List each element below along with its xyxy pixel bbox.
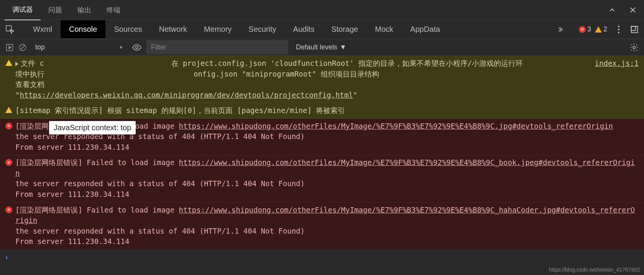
svg-line-8: [21, 45, 25, 49]
msg-text: onfig.json "miniprogramRoot" 组织项目目录结构: [194, 70, 379, 78]
clear-console-icon[interactable]: [18, 43, 27, 52]
dropdown-icon: ▼: [340, 43, 347, 51]
warning-icon: [5, 60, 12, 66]
dropdown-icon: ▼: [119, 45, 123, 50]
msg-text: [渲染层网络层错误] Failed to load image: [15, 206, 179, 214]
warning-icon: [5, 107, 12, 113]
msg-text: 文件 c: [21, 59, 44, 67]
svg-marker-6: [9, 46, 11, 49]
tab-mock[interactable]: Mock: [366, 20, 402, 38]
msg-text: 境中执行: [15, 70, 44, 78]
tab-terminal[interactable]: 终端: [99, 0, 128, 20]
error-icon: ✕: [5, 159, 12, 166]
msg-text: From server 111.230.34.114: [15, 143, 129, 151]
svg-rect-2: [6, 26, 12, 31]
inspect-icon[interactable]: [5, 25, 15, 34]
watermark: https://blog.csdn.net/weixin_41767802: [549, 267, 640, 273]
warn-count: 2: [603, 25, 607, 33]
error-icon: ✕: [579, 26, 586, 33]
msg-text: From server 111.230.34.114: [15, 237, 129, 246]
svg-point-10: [633, 46, 635, 49]
msg-text: [渲染层网络层错误] Failed to load image: [15, 158, 179, 167]
console-toolbar: top ▼ Default levels ▼: [0, 39, 644, 56]
console-message-warn[interactable]: [sitemap 索引情况提示] 根据 sitemap 的规则[0]，当前页面 …: [0, 103, 644, 119]
expand-icon[interactable]: [15, 62, 18, 66]
msg-text: 在 project.config.json 'cloudfunctionRoot…: [171, 59, 523, 67]
tab-sources[interactable]: Sources: [105, 20, 150, 38]
tab-console[interactable]: Console: [61, 20, 105, 38]
console-messages: index.js:1 文件 cxxxxxxxxxxxxxxxxxxxxxxxxx…: [0, 56, 644, 250]
kebab-icon[interactable]: [618, 29, 619, 30]
console-prompt[interactable]: ›: [0, 250, 644, 265]
msg-text: ": [353, 91, 357, 99]
tab-security[interactable]: Security: [240, 20, 284, 38]
error-count: 3: [587, 25, 591, 33]
msg-text: ": [15, 91, 20, 99]
msg-text: 查看文档: [15, 80, 44, 88]
error-icon: ✕: [5, 206, 12, 213]
dock-icon[interactable]: [630, 25, 639, 34]
msg-text: [sitemap 索引情况提示] 根据 sitemap 的规则[0]，当前页面 …: [15, 106, 345, 115]
tab-network[interactable]: Network: [151, 20, 196, 38]
more-tabs-icon[interactable]: [557, 26, 564, 33]
doc-link[interactable]: https://developers.weixin.qq.com/minipro…: [20, 91, 353, 99]
tab-debugger[interactable]: 调试器: [5, 0, 41, 20]
eye-icon[interactable]: [132, 43, 142, 52]
tab-audits[interactable]: Audits: [285, 20, 323, 38]
play-icon[interactable]: [5, 43, 14, 52]
prompt-chevron-icon: ›: [5, 253, 8, 262]
tab-wxml[interactable]: Wxml: [25, 20, 61, 38]
warn-count-badge[interactable]: 2: [595, 25, 607, 33]
warning-icon: [595, 26, 602, 33]
msg-text: the server responded with a status of 40…: [15, 227, 305, 235]
close-icon[interactable]: [629, 6, 637, 14]
error-icon: ✕: [5, 123, 12, 129]
devtools-tabs: Wxml Console Sources Network Memory Secu…: [0, 20, 644, 39]
error-count-badge[interactable]: ✕ 3: [579, 25, 591, 33]
filter-input[interactable]: [146, 40, 288, 54]
context-select[interactable]: top ▼: [31, 42, 127, 53]
source-link[interactable]: index.js:1: [595, 58, 639, 69]
svg-point-9: [136, 46, 138, 49]
console-message-warn[interactable]: index.js:1 文件 cxxxxxxxxxxxxxxxxxxxxxxxxx…: [0, 56, 644, 103]
tab-output[interactable]: 输出: [70, 0, 99, 20]
console-message-error[interactable]: ✕ [渲染层网络层错误] Failed to load image https:…: [0, 155, 644, 202]
msg-text: From server 111.230.34.114: [15, 190, 129, 198]
tab-memory[interactable]: Memory: [196, 20, 240, 38]
svg-rect-3: [631, 26, 638, 33]
context-tooltip: JavaScript context: top: [49, 121, 136, 134]
svg-rect-4: [631, 26, 636, 30]
level-value: Default levels: [296, 43, 337, 51]
context-value: top: [35, 43, 45, 51]
chevron-up-icon[interactable]: [608, 6, 616, 14]
tab-appdata[interactable]: AppData: [402, 20, 449, 38]
console-message-error[interactable]: ✕ [渲染层网络层错误] Failed to load image https:…: [0, 203, 644, 250]
error-url-link[interactable]: https://www.shipudong.com/otherFiles/MyI…: [179, 122, 613, 130]
tab-issues[interactable]: 问题: [41, 0, 70, 20]
panel-tabs: 调试器 问题 输出 终端: [0, 0, 644, 20]
level-select[interactable]: Default levels ▼: [296, 43, 347, 51]
tab-storage[interactable]: Storage: [323, 20, 366, 38]
gear-icon[interactable]: [629, 43, 639, 52]
msg-text: the server responded with a status of 40…: [15, 179, 305, 188]
